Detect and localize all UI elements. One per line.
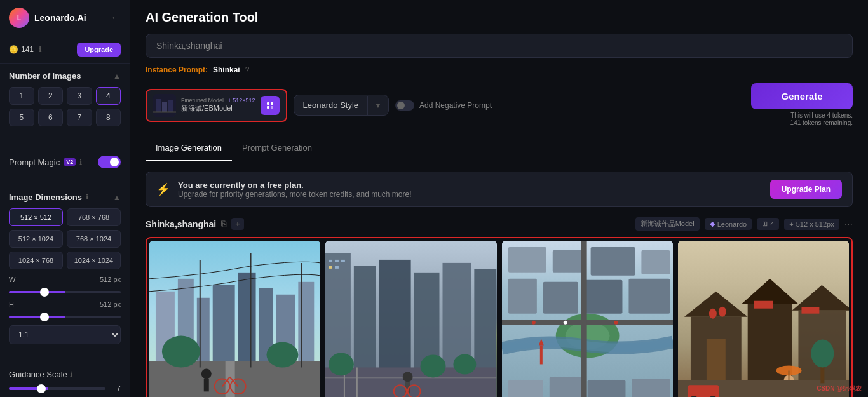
svg-point-23 bbox=[201, 368, 212, 379]
logo-avatar: L bbox=[9, 8, 29, 28]
guidance-slider-wrap: 7 bbox=[9, 384, 121, 393]
svg-rect-62 bbox=[628, 279, 670, 314]
height-slider[interactable] bbox=[9, 316, 121, 318]
size-meta-text: 512 x 512px bbox=[796, 220, 834, 228]
svg-rect-24 bbox=[204, 379, 209, 391]
svg-rect-1 bbox=[156, 99, 161, 112]
token-count: 🪙 141 bbox=[9, 45, 34, 54]
prompt-magic-info[interactable]: ℹ bbox=[79, 158, 82, 166]
model-avatar bbox=[153, 94, 176, 117]
svg-rect-13 bbox=[213, 285, 235, 368]
toolbar-row: Finetuned Model + 512×512 新海诚/EBModel bbox=[146, 83, 853, 127]
prompt-magic-toggle[interactable] bbox=[98, 156, 121, 168]
svg-rect-79 bbox=[707, 339, 726, 380]
height-slider-row: H 512 px bbox=[9, 300, 121, 320]
svg-rect-61 bbox=[584, 280, 622, 314]
svg-point-68 bbox=[563, 321, 567, 325]
number-btn-3[interactable]: 3 bbox=[67, 87, 92, 105]
dimension-grid: 512 × 512 768 × 768 512 × 1024 768 × 102… bbox=[9, 208, 121, 269]
style-selector[interactable]: Leonardo Style ▼ bbox=[294, 95, 389, 116]
number-btn-6[interactable]: 6 bbox=[38, 109, 64, 126]
generated-image-2[interactable] bbox=[325, 241, 496, 397]
tab-image-generation[interactable]: Image Generation bbox=[146, 135, 232, 161]
svg-rect-5 bbox=[267, 102, 269, 105]
add-icon[interactable]: + bbox=[231, 218, 244, 230]
size-meta-badge: + 512 x 512px bbox=[784, 219, 839, 230]
number-btn-8[interactable]: 8 bbox=[96, 109, 121, 126]
number-btn-7[interactable]: 7 bbox=[67, 109, 92, 126]
dim-768x1024[interactable]: 768 × 1024 bbox=[67, 230, 121, 248]
image-dimensions-info[interactable]: ℹ bbox=[86, 193, 88, 201]
count-icon: ⊞ bbox=[762, 220, 768, 228]
svg-point-69 bbox=[614, 321, 618, 325]
dim-1024x768[interactable]: 1024 × 768 bbox=[9, 252, 63, 269]
svg-rect-57 bbox=[590, 247, 635, 276]
svg-rect-97 bbox=[801, 307, 819, 314]
model-tag: Finetuned Model + 512×512 bbox=[181, 97, 255, 104]
copy-icon[interactable]: ⎘ bbox=[221, 219, 226, 229]
width-label-row: W 512 px bbox=[9, 276, 121, 283]
model-icon-button[interactable] bbox=[261, 96, 280, 115]
dim-768x768[interactable]: 768 × 768 bbox=[67, 208, 121, 226]
instance-prompt-value: Shinkai bbox=[213, 65, 240, 74]
svg-point-95 bbox=[811, 340, 834, 368]
negative-prompt-toggle[interactable] bbox=[395, 100, 414, 111]
model-meta-text: 新海诚作品Model bbox=[641, 219, 695, 229]
width-slider[interactable] bbox=[9, 291, 121, 293]
guidance-scale-info[interactable]: ℹ bbox=[70, 370, 72, 379]
generation-title-text: Shinka,shanghai bbox=[146, 219, 216, 229]
number-btn-2[interactable]: 2 bbox=[38, 87, 64, 105]
number-btn-4[interactable]: 4 bbox=[96, 87, 121, 105]
dim-512x1024[interactable]: 512 × 1024 bbox=[9, 230, 63, 248]
instance-prompt-label: Instance Prompt: bbox=[146, 65, 208, 74]
style-label: Leonardo Style bbox=[294, 95, 367, 115]
svg-rect-38 bbox=[329, 260, 332, 262]
image-dimensions-collapse[interactable]: ▲ bbox=[113, 193, 121, 202]
negative-prompt-row: Add Negative Prompt bbox=[395, 100, 492, 111]
svg-point-51 bbox=[421, 355, 446, 378]
upgrade-plan-button[interactable]: Upgrade Plan bbox=[770, 180, 842, 199]
guidance-scale-value: 7 bbox=[111, 384, 121, 393]
token-info-icon[interactable]: ℹ bbox=[39, 45, 42, 54]
svg-point-85 bbox=[719, 307, 726, 317]
prompt-input[interactable]: Shinka,shanghai bbox=[146, 34, 853, 58]
generation-header: Shinka,shanghai ⎘ + 新海诚作品Model ◆ Leonard… bbox=[146, 217, 853, 231]
generate-button[interactable]: Generate bbox=[751, 83, 853, 109]
svg-point-52 bbox=[454, 354, 477, 375]
style-meta-badge: ◆ Leonardo bbox=[705, 218, 752, 230]
tab-prompt-generation[interactable]: Prompt Generation bbox=[232, 135, 322, 161]
generate-area: Generate This will use 4 tokens. 141 tok… bbox=[751, 83, 853, 127]
style-meta-text: Leonardo bbox=[717, 220, 747, 228]
dim-512x512[interactable]: 512 × 512 bbox=[9, 208, 63, 226]
width-slider-row: W 512 px bbox=[9, 276, 121, 295]
generated-image-4[interactable] bbox=[678, 241, 849, 397]
number-grid-2: 5 6 7 8 bbox=[9, 109, 121, 126]
more-options-button[interactable]: ··· bbox=[844, 219, 853, 230]
model-info: Finetuned Model + 512×512 新海诚/EBModel bbox=[181, 97, 255, 113]
count-meta-badge: ⊞ 4 bbox=[757, 218, 779, 230]
number-btn-5[interactable]: 5 bbox=[9, 109, 34, 126]
generated-image-3[interactable] bbox=[502, 241, 673, 397]
image-dimensions-header: Image Dimensions ℹ ▲ bbox=[9, 192, 121, 202]
images-grid bbox=[146, 237, 853, 397]
number-of-images-collapse[interactable]: ▲ bbox=[113, 72, 121, 81]
svg-rect-60 bbox=[543, 282, 578, 314]
svg-rect-2 bbox=[162, 102, 167, 112]
svg-rect-6 bbox=[271, 102, 273, 105]
guidance-scale-slider[interactable] bbox=[9, 387, 105, 390]
upgrade-button[interactable]: Upgrade bbox=[77, 43, 121, 57]
image-dimensions-section: Image Dimensions ℹ ▲ 512 × 512 768 × 768… bbox=[0, 186, 130, 357]
width-label: W bbox=[9, 276, 15, 283]
style-dot: ◆ bbox=[710, 220, 715, 228]
page-title: AI Generation Tool bbox=[146, 10, 853, 25]
content-area: ⚡ You are currently on a free plan. Upgr… bbox=[130, 161, 868, 397]
sidebar-collapse-button[interactable]: ← bbox=[111, 12, 121, 24]
dim-1024x1024[interactable]: 1024 × 1024 bbox=[67, 252, 121, 269]
number-btn-1[interactable]: 1 bbox=[9, 87, 34, 105]
svg-rect-73 bbox=[632, 379, 670, 397]
generated-image-1[interactable] bbox=[149, 241, 320, 397]
prompt-magic-text: Prompt Magic bbox=[9, 158, 60, 167]
model-selector[interactable]: Finetuned Model + 512×512 新海诚/EBModel bbox=[146, 89, 287, 122]
aspect-ratio-select[interactable]: 1:1 4:3 16:9 bbox=[9, 325, 121, 344]
instance-prompt-help[interactable]: ? bbox=[245, 65, 250, 74]
